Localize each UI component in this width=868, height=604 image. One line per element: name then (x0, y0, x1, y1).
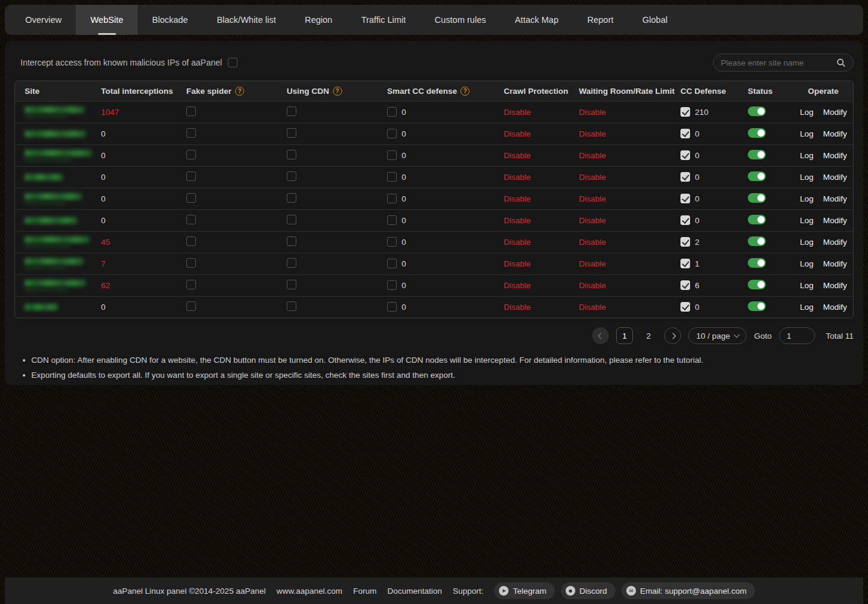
crawl-protection-link[interactable]: Disable (504, 194, 531, 203)
fake-spider-checkbox[interactable] (186, 150, 196, 159)
using-cdn-checkbox[interactable] (287, 128, 296, 138)
page-button-1[interactable]: 1 (616, 327, 633, 344)
status-toggle[interactable] (748, 150, 766, 159)
fake-spider-checkbox[interactable] (186, 171, 196, 181)
tab-website[interactable]: WebSite (76, 5, 138, 35)
crawl-protection-link[interactable]: Disable (504, 281, 531, 290)
smart-cc-checkbox[interactable] (387, 215, 397, 225)
page-button-2[interactable]: 2 (640, 327, 657, 344)
crawl-protection-link[interactable]: Disable (504, 108, 531, 117)
log-link[interactable]: Log (800, 108, 814, 117)
log-link[interactable]: Log (800, 216, 814, 225)
using-cdn-checkbox[interactable] (287, 258, 296, 268)
search-input[interactable] (721, 58, 831, 67)
modify-link[interactable]: Modify (823, 151, 847, 160)
smart-cc-checkbox[interactable] (387, 129, 397, 138)
log-link[interactable]: Log (800, 238, 814, 247)
cc-defense-checkbox[interactable] (680, 172, 690, 182)
waiting-room-link[interactable]: Disable (579, 194, 606, 203)
goto-page-input[interactable] (779, 327, 815, 344)
smart-cc-checkbox[interactable] (387, 280, 397, 290)
log-link[interactable]: Log (800, 129, 814, 138)
fake-spider-checkbox[interactable] (186, 106, 196, 116)
cc-defense-checkbox[interactable] (680, 150, 690, 160)
crawl-protection-link[interactable]: Disable (504, 259, 531, 268)
waiting-room-link[interactable]: Disable (579, 238, 606, 247)
log-link[interactable]: Log (800, 173, 814, 182)
smart-cc-checkbox[interactable] (387, 172, 397, 182)
help-icon[interactable]: ? (460, 87, 469, 96)
cc-defense-checkbox[interactable] (680, 107, 690, 117)
tab-black-white-list[interactable]: Black/White list (203, 5, 290, 35)
waiting-room-link[interactable]: Disable (579, 108, 606, 117)
tab-blockade[interactable]: Blockade (138, 5, 203, 35)
status-toggle[interactable] (748, 258, 766, 268)
fake-spider-checkbox[interactable] (186, 301, 196, 311)
using-cdn-checkbox[interactable] (287, 301, 296, 311)
search-icon[interactable] (836, 58, 846, 67)
cc-defense-checkbox[interactable] (680, 129, 690, 138)
status-toggle[interactable] (748, 236, 766, 246)
smart-cc-checkbox[interactable] (387, 259, 397, 268)
crawl-protection-link[interactable]: Disable (504, 238, 531, 247)
help-icon[interactable]: ? (235, 87, 244, 96)
using-cdn-checkbox[interactable] (287, 236, 296, 246)
cc-defense-checkbox[interactable] (680, 280, 690, 290)
modify-link[interactable]: Modify (823, 129, 847, 138)
page-size-select[interactable]: 10 / page (688, 327, 747, 344)
cc-defense-checkbox[interactable] (680, 302, 690, 312)
footer-link-documentation[interactable]: Documentation (388, 587, 442, 596)
using-cdn-checkbox[interactable] (287, 215, 296, 224)
smart-cc-checkbox[interactable] (387, 150, 397, 160)
status-toggle[interactable] (748, 301, 766, 311)
status-toggle[interactable] (748, 128, 766, 138)
waiting-room-link[interactable]: Disable (579, 216, 606, 225)
using-cdn-checkbox[interactable] (287, 280, 296, 289)
footer-website-link[interactable]: www.aapanel.com (277, 587, 343, 596)
status-toggle[interactable] (748, 215, 766, 224)
cc-defense-checkbox[interactable] (680, 237, 690, 247)
status-toggle[interactable] (748, 193, 766, 203)
modify-link[interactable]: Modify (823, 238, 847, 247)
log-link[interactable]: Log (800, 303, 814, 312)
log-link[interactable]: Log (800, 281, 814, 290)
tab-attack-map[interactable]: Attack Map (500, 5, 573, 35)
telegram-button[interactable]: ➤Telegram (494, 582, 555, 599)
modify-link[interactable]: Modify (823, 216, 847, 225)
help-icon[interactable]: ? (333, 87, 342, 96)
log-link[interactable]: Log (800, 259, 814, 268)
modify-link[interactable]: Modify (823, 173, 847, 182)
cc-defense-checkbox[interactable] (680, 259, 690, 268)
fake-spider-checkbox[interactable] (186, 193, 196, 203)
modify-link[interactable]: Modify (823, 303, 847, 312)
discord-button[interactable]: ☻Discord (561, 582, 616, 599)
smart-cc-checkbox[interactable] (387, 107, 397, 117)
using-cdn-checkbox[interactable] (287, 193, 296, 203)
waiting-room-link[interactable]: Disable (579, 151, 606, 160)
fake-spider-checkbox[interactable] (186, 280, 196, 289)
fake-spider-checkbox[interactable] (186, 215, 196, 224)
prev-page-button[interactable] (592, 327, 609, 344)
fake-spider-checkbox[interactable] (186, 236, 196, 246)
using-cdn-checkbox[interactable] (287, 150, 296, 159)
cc-defense-checkbox[interactable] (680, 215, 690, 225)
log-link[interactable]: Log (800, 151, 814, 160)
modify-link[interactable]: Modify (823, 259, 847, 268)
status-toggle[interactable] (748, 171, 766, 181)
crawl-protection-link[interactable]: Disable (504, 129, 531, 138)
waiting-room-link[interactable]: Disable (579, 303, 606, 312)
tab-region[interactable]: Region (290, 5, 347, 35)
crawl-protection-link[interactable]: Disable (504, 173, 531, 182)
smart-cc-checkbox[interactable] (387, 194, 397, 203)
tab-traffic-limit[interactable]: Traffic Limit (347, 5, 420, 35)
footer-link-forum[interactable]: Forum (353, 587, 377, 596)
modify-link[interactable]: Modify (823, 108, 847, 117)
tab-custom-rules[interactable]: Custom rules (420, 5, 500, 35)
smart-cc-checkbox[interactable] (387, 237, 397, 247)
using-cdn-checkbox[interactable] (287, 171, 296, 181)
fake-spider-checkbox[interactable] (186, 258, 196, 268)
crawl-protection-link[interactable]: Disable (504, 151, 531, 160)
using-cdn-checkbox[interactable] (287, 106, 296, 116)
status-toggle[interactable] (748, 280, 766, 289)
waiting-room-link[interactable]: Disable (579, 259, 606, 268)
